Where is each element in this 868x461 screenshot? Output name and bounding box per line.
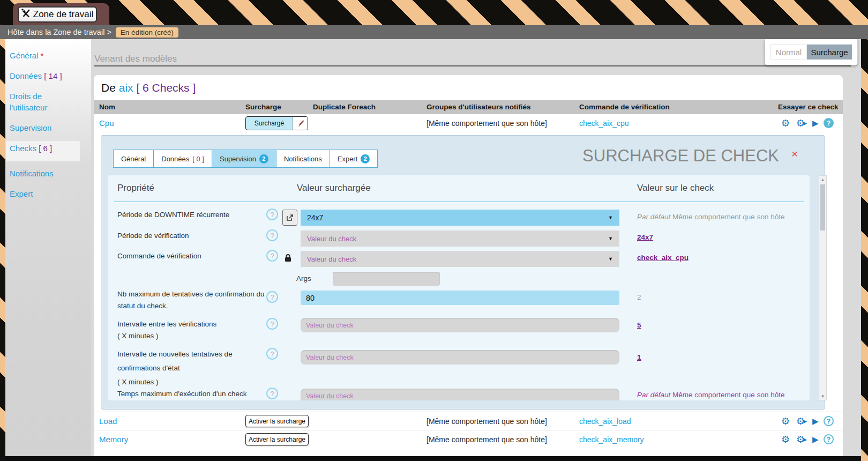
col-groupes: Groupes d'utilisateurs notifiés — [426, 103, 531, 111]
checks-panel: De aix [ 6 Checks ] Nom Surcharge Duplic… — [94, 75, 843, 456]
status-badge: En édition (créé) — [116, 27, 178, 38]
tab-badge: 2 — [259, 154, 268, 163]
period-right-link[interactable]: 24x7 — [637, 233, 653, 241]
attempts-input[interactable]: 80 — [301, 291, 619, 305]
close-icon[interactable]: × — [791, 147, 798, 160]
gear-arrow-icon[interactable]: ⚙▶ — [796, 415, 805, 427]
sidebar-item-expert[interactable]: Expert — [10, 189, 33, 198]
command-right-link[interactable]: check_aix_cpu — [637, 254, 689, 262]
help-icon[interactable]: ? — [824, 416, 834, 426]
activer-surcharge-button[interactable]: Activer la surcharge — [245, 415, 309, 427]
play-icon[interactable]: ▶ — [812, 118, 819, 128]
surcharge-detail-panel: Général Données[ 0 ] Supervision2 Notifi… — [101, 135, 825, 410]
label-command: Commande de vérification — [117, 252, 201, 260]
command-select[interactable]: Valeur du check▼ — [301, 251, 619, 267]
period-select[interactable]: Valeur du check▼ — [301, 230, 619, 247]
help-icon[interactable]: ? — [266, 388, 278, 399]
scrollbar-thumb[interactable] — [820, 184, 825, 230]
sidebar-item-checks[interactable]: Checks [ 6 ] — [10, 144, 52, 153]
lock-icon — [285, 254, 291, 264]
help-icon[interactable]: ? — [824, 434, 834, 444]
attempts-right-value: 2 — [637, 293, 641, 301]
gear-arrow-icon[interactable]: ⚙▶ — [796, 117, 805, 129]
surcharge-toggle-button[interactable]: Surchargé — [245, 116, 308, 130]
scrollbar[interactable]: ▲ ▼ — [819, 175, 827, 400]
label-timeout: Temps maximum d'exécution d'un check — [117, 390, 247, 398]
sidebar-item-donnees[interactable]: Données [ 14 ] — [10, 71, 62, 80]
col-valeur-check: Valeur sur le check — [637, 183, 714, 194]
required-star: * — [41, 51, 44, 60]
gear-icon[interactable]: ⚙ — [781, 434, 790, 445]
help-icon[interactable]: ? — [266, 229, 278, 241]
gear-arrow-icon[interactable]: ⚙▶ — [796, 434, 805, 445]
gear-icon[interactable]: ⚙ — [781, 117, 790, 129]
table-row-memory: Memory Activer la surcharge [Même compor… — [94, 430, 843, 448]
sidebar-item-droits-2[interactable]: l'utilisateur — [10, 103, 47, 112]
help-icon[interactable]: ? — [266, 348, 278, 360]
play-icon[interactable]: ▶ — [812, 435, 819, 444]
caret-down-icon: ▼ — [608, 236, 613, 241]
check-name-link[interactable]: Memory — [99, 435, 128, 444]
main-content: Venant des modèles Normal Surcharge De a… — [91, 39, 861, 456]
help-icon[interactable]: ? — [824, 118, 834, 128]
col-nom: Nom — [99, 103, 115, 111]
interval-right-link[interactable]: 5 — [637, 321, 641, 329]
tab-general[interactable]: Général — [113, 150, 154, 168]
tab-expert[interactable]: Expert2 — [330, 150, 378, 168]
external-link-icon[interactable] — [282, 210, 297, 226]
help-icon[interactable]: ? — [266, 291, 278, 303]
tools-icon — [21, 9, 31, 20]
tab-donnees[interactable]: Données[ 0 ] — [153, 150, 212, 168]
args-input[interactable] — [333, 272, 440, 286]
sidebar-item-general[interactable]: Général * — [10, 51, 43, 60]
col-essayer: Essayer ce check — [778, 103, 839, 111]
check-name-link[interactable]: Load — [99, 417, 117, 426]
overlay-title: SURCHARGE DE CHECK — [582, 146, 779, 166]
normal-button[interactable]: Normal — [770, 44, 807, 60]
label-interval-2: ( X minutes ) — [117, 332, 159, 340]
downtime-select[interactable]: 24x7▼ — [301, 210, 619, 226]
gear-icon[interactable]: ⚙ — [781, 415, 790, 427]
help-icon[interactable]: ? — [266, 209, 278, 220]
breadcrumb-path: Hôte dans la Zone de travail > — [8, 28, 111, 36]
workspace-tab[interactable]: Zone de travail — [18, 6, 97, 23]
command-link[interactable]: check_aix_load — [579, 417, 631, 426]
interval-input[interactable]: Valeur du check — [301, 318, 619, 332]
group-text: [Même comportement que son hôte] — [426, 417, 547, 426]
command-link[interactable]: check_aix_memory — [579, 435, 644, 444]
breadcrumb: Hôte dans la Zone de travail > En éditio… — [0, 25, 868, 39]
downtime-right-value: Par défaut Même comportement que son hôt… — [637, 213, 784, 221]
footer-band — [5, 456, 861, 461]
caret-down-icon: ▼ — [608, 215, 613, 220]
command-link[interactable]: check_aix_cpu — [579, 119, 629, 128]
help-icon[interactable]: ? — [266, 318, 278, 330]
table-row-cpu: Cpu Surchargé [Même comportement que son… — [94, 114, 843, 132]
section-title: Venant des modèles — [94, 54, 177, 64]
col-valeur-surchargee: Valeur surchargée — [297, 183, 371, 194]
host-link[interactable]: aix — [119, 81, 133, 94]
workspace-tab-label: Zone de travail — [33, 9, 93, 20]
scroll-up-icon[interactable]: ▲ — [819, 176, 826, 183]
activer-surcharge-button[interactable]: Activer la surcharge — [245, 433, 309, 445]
caret-down-icon: ▼ — [608, 256, 613, 262]
sidebar-item-droits[interactable]: Droits de — [10, 92, 42, 101]
play-icon[interactable]: ▶ — [812, 417, 819, 426]
sidebar-item-notifications[interactable]: Notifications — [10, 169, 54, 178]
timeout-input[interactable]: Valeur du check — [301, 389, 619, 400]
label-retry-2: confirmations d'état — [117, 364, 180, 372]
check-name-link[interactable]: Cpu — [99, 118, 114, 128]
surcharge-form: Propriété Valeur surchargée Valeur sur l… — [108, 175, 810, 400]
retry-right-link[interactable]: 1 — [637, 353, 641, 361]
table-header: Nom Surcharge Duplicate Foreach Groupes … — [94, 100, 843, 114]
retry-input[interactable]: Valeur du check — [301, 350, 619, 365]
help-icon[interactable]: ? — [266, 250, 278, 262]
sidebar-item-supervision[interactable]: Supervision — [10, 123, 51, 132]
tab-notifications[interactable]: Notifications — [276, 150, 330, 168]
scroll-down-icon[interactable]: ▼ — [819, 392, 826, 400]
mode-toggle: Normal Surcharge — [765, 39, 858, 65]
brush-icon — [293, 117, 308, 130]
tab-supervision[interactable]: Supervision2 — [212, 150, 276, 168]
label-attempts-2: statut du check. — [117, 302, 168, 310]
surcharge-button[interactable]: Surcharge — [807, 44, 852, 60]
group-text: [Même comportement que son hôte] — [426, 119, 547, 128]
